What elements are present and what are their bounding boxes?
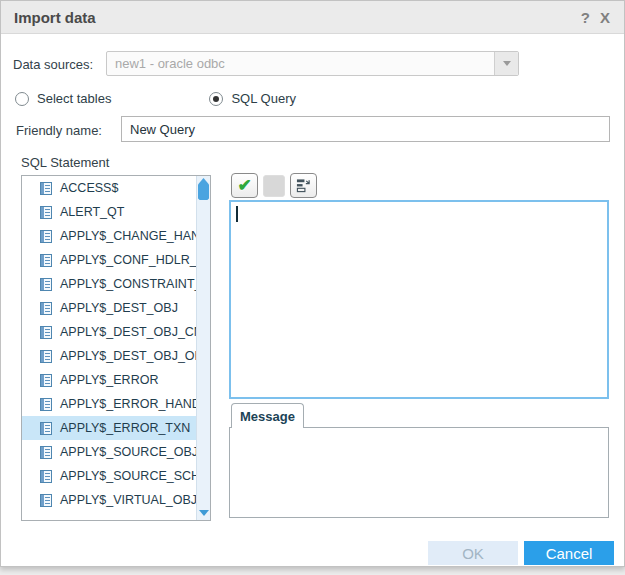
ok-button[interactable]: OK bbox=[428, 541, 518, 565]
table-icon bbox=[40, 230, 52, 243]
select-tables-label: Select tables bbox=[37, 91, 111, 106]
sql-statement-label: SQL Statement bbox=[21, 155, 109, 170]
text-cursor bbox=[236, 206, 238, 222]
list-item[interactable]: APPLY$_SOURCE_OBJ bbox=[22, 440, 196, 464]
table-icon bbox=[40, 350, 52, 363]
table-name: APPLY$_SOURCE_SCHEMA bbox=[60, 469, 196, 483]
chevron-down-icon bbox=[503, 61, 511, 66]
table-icon bbox=[40, 446, 52, 459]
dropdown-arrow-button[interactable] bbox=[494, 52, 518, 75]
list-scrollbar[interactable] bbox=[196, 176, 210, 520]
table-icon bbox=[40, 206, 52, 219]
list-item[interactable]: ALERT_QT bbox=[22, 200, 196, 224]
table-name: APPLY$_ERROR bbox=[60, 373, 158, 387]
table-icon bbox=[40, 302, 52, 315]
close-icon[interactable]: X bbox=[600, 9, 610, 26]
friendly-name-label: Friendly name: bbox=[16, 123, 102, 138]
stop-query-button[interactable] bbox=[263, 175, 285, 197]
sql-query-textarea[interactable] bbox=[229, 200, 609, 399]
table-name: APPLY$_DEST_OBJ_OPS bbox=[60, 349, 196, 363]
table-name: APPLY$_DEST_OBJ bbox=[60, 301, 178, 315]
list-item[interactable]: APPLY$_DEST_OBJ_CMAP bbox=[22, 320, 196, 344]
list-item[interactable]: APPLY$_ERROR_HANDLER bbox=[22, 392, 196, 416]
dialog-title: Import data bbox=[1, 9, 96, 26]
tables-list: ACCESS$ALERT_QTAPPLY$_CHANGE_HANDLERSAPP… bbox=[21, 175, 211, 521]
list-item[interactable]: APPLY$_DEST_OBJ bbox=[22, 296, 196, 320]
table-icon bbox=[40, 470, 52, 483]
table-name: ALERT_QT bbox=[60, 205, 124, 219]
table-icon bbox=[40, 494, 52, 507]
table-name: APPLY$_CONSTRAINT_COLUM bbox=[60, 277, 196, 291]
list-item[interactable]: APPLY$_CHANGE_HANDLERS bbox=[22, 224, 196, 248]
table-name: APPLY$_SOURCE_OBJ bbox=[60, 445, 196, 459]
table-icon bbox=[40, 422, 52, 435]
green-checkmark-icon: ✔ bbox=[237, 177, 251, 194]
help-icon[interactable]: ? bbox=[581, 9, 590, 26]
query-toolbar: ✔ bbox=[231, 173, 317, 198]
data-sources-dropdown[interactable]: new1 - oracle odbc bbox=[106, 51, 519, 76]
message-tab-label: Message bbox=[240, 409, 295, 424]
list-item[interactable]: APPLY$_ERROR bbox=[22, 368, 196, 392]
show-results-button[interactable] bbox=[290, 173, 317, 198]
scrollbar-thumb-up-icon[interactable] bbox=[198, 178, 209, 200]
import-data-dialog: Import data ? X Data sources: new1 - ora… bbox=[0, 0, 625, 567]
sql-query-label: SQL Query bbox=[231, 91, 296, 106]
message-tab[interactable]: Message bbox=[231, 403, 304, 428]
list-item[interactable]: APPLY$_CONSTRAINT_COLUM bbox=[22, 272, 196, 296]
table-icon bbox=[40, 374, 52, 387]
dialog-titlebar: Import data ? X bbox=[1, 1, 624, 34]
table-name: APPLY$_CHANGE_HANDLERS bbox=[60, 229, 196, 243]
list-item[interactable]: ACCESS$ bbox=[22, 176, 196, 200]
list-item[interactable]: APPLY$_SOURCE_SCHEMA bbox=[22, 464, 196, 488]
query-mode-radios: Select tables SQL Query bbox=[15, 91, 296, 106]
table-icon bbox=[40, 278, 52, 291]
list-item[interactable]: APPLY$_CONF_HDLR_COLUMN bbox=[22, 248, 196, 272]
data-sources-value: new1 - oracle odbc bbox=[107, 56, 494, 71]
execute-query-button[interactable]: ✔ bbox=[231, 173, 258, 198]
table-name: APPLY$_DEST_OBJ_CMAP bbox=[60, 325, 196, 339]
list-item[interactable]: APPLY$_ERROR_TXN bbox=[22, 416, 196, 440]
select-tables-radio[interactable] bbox=[15, 92, 29, 106]
message-panel bbox=[229, 427, 609, 518]
titlebar-icons: ? X bbox=[581, 9, 624, 26]
table-name: APPLY$_ERROR_TXN bbox=[60, 421, 190, 435]
list-item[interactable]: APPLY$_VIRTUAL_OBJ_CONS bbox=[22, 488, 196, 512]
sql-query-radio[interactable] bbox=[209, 92, 223, 106]
list-item[interactable]: APPLY$_DEST_OBJ_OPS bbox=[22, 344, 196, 368]
tables-list-items: ACCESS$ALERT_QTAPPLY$_CHANGE_HANDLERSAPP… bbox=[22, 176, 196, 520]
table-icon bbox=[40, 254, 52, 267]
table-icon bbox=[40, 398, 52, 411]
cancel-button[interactable]: Cancel bbox=[524, 541, 614, 565]
table-name: APPLY$_CONF_HDLR_COLUMN bbox=[60, 253, 196, 267]
table-name: APPLY$_VIRTUAL_OBJ_CONS bbox=[60, 493, 196, 507]
table-icon bbox=[40, 326, 52, 339]
table-name: APPLY$_ERROR_HANDLER bbox=[60, 397, 196, 411]
table-name: ACCESS$ bbox=[60, 181, 118, 195]
friendly-name-input[interactable] bbox=[121, 116, 610, 142]
data-sources-label: Data sources: bbox=[13, 57, 93, 72]
table-icon bbox=[40, 182, 52, 195]
scrollbar-down-arrow-icon[interactable] bbox=[199, 510, 209, 516]
list-with-arrow-icon bbox=[296, 178, 311, 193]
